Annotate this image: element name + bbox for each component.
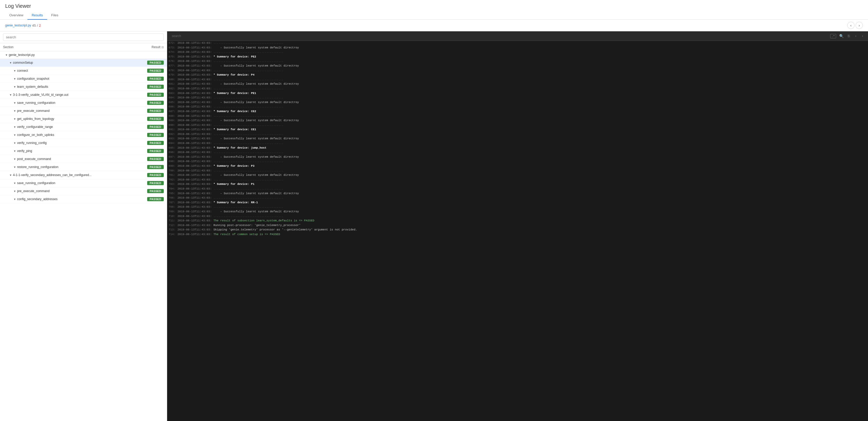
log-text: * Summary for device: P3 bbox=[214, 164, 868, 168]
tree-item-label: learn_system_defaults bbox=[17, 85, 147, 89]
file-name: genie_testscript.py bbox=[5, 24, 31, 27]
log-line-number: 703: bbox=[167, 182, 178, 187]
log-line: 675:2019-08-13T11:43:03: * Summary for d… bbox=[167, 55, 868, 59]
tab-overview[interactable]: Overview bbox=[5, 11, 28, 20]
log-text: ........................................… bbox=[214, 123, 868, 128]
tree-item-15[interactable]: ▼ 4-1-1-verify_secondary_addresses_can_b… bbox=[0, 171, 167, 179]
log-line: 687:2019-08-13T11:43:03: * Summary for d… bbox=[167, 109, 868, 114]
log-line: 683:2019-08-13T11:43:03: * Summary for d… bbox=[167, 91, 868, 96]
result-badge: PASSED bbox=[147, 61, 164, 65]
log-line-number: 683: bbox=[167, 91, 178, 96]
log-line-number: 679: bbox=[167, 73, 178, 77]
log-timestamp: 2019-08-13T11:43:03: bbox=[178, 96, 214, 100]
log-text: * Summary for device: P4 bbox=[214, 73, 868, 77]
tree-item-1[interactable]: ▼ commonSetupPASSED bbox=[0, 59, 167, 67]
chevron-icon: ▼ bbox=[13, 86, 16, 88]
tree-item-11[interactable]: ▼ verify_running_configPASSED bbox=[0, 139, 167, 147]
tree-item-6[interactable]: ▼ save_running_configurationPASSED bbox=[0, 99, 167, 107]
log-line: 672:2019-08-13T11:43:03: ...............… bbox=[167, 41, 868, 45]
chevron-icon: ▼ bbox=[13, 182, 16, 185]
app-container: Log Viewer Overview Results Files genie_… bbox=[0, 0, 868, 421]
tree-item-3[interactable]: ▼ configuration_snapshotPASSED bbox=[0, 75, 167, 83]
tree-item-14[interactable]: ▼ restore_running_configurationPASSED bbox=[0, 163, 167, 171]
chevron-icon: ▼ bbox=[5, 54, 8, 57]
right-search-input[interactable] bbox=[170, 33, 828, 39]
right-nav-prev[interactable]: ‹ bbox=[853, 33, 859, 39]
log-line-number: 699: bbox=[167, 164, 178, 168]
log-timestamp: 2019-08-13T11:43:03: bbox=[178, 59, 214, 64]
tree-item-13[interactable]: ▼ post_execute_commandPASSED bbox=[0, 155, 167, 163]
tree-item-7[interactable]: ▼ pre_execute_commandPASSED bbox=[0, 107, 167, 115]
left-search-input[interactable] bbox=[3, 33, 164, 41]
result-badge: PASSED bbox=[147, 149, 164, 153]
tree-item-10[interactable]: ▼ configure_on_both_uplinksPASSED bbox=[0, 131, 167, 139]
log-text: The result of common setup is => PASSED bbox=[214, 232, 868, 237]
log-timestamp: 2019-08-13T11:43:03: bbox=[178, 55, 214, 59]
log-timestamp: 2019-08-13T11:43:03: bbox=[178, 132, 214, 137]
log-line: 713:2019-08-13T11:43:03: Skipping 'genie… bbox=[167, 228, 868, 232]
result-badge: PASSED bbox=[147, 133, 164, 137]
tree-item-17[interactable]: ▼ pre_execute_commandPASSED bbox=[0, 187, 167, 195]
regex-icon[interactable]: .* bbox=[830, 34, 836, 38]
tree-item-label: post_execute_command bbox=[17, 157, 147, 161]
result-badge: PASSED bbox=[147, 69, 164, 73]
log-line: 702:2019-08-13T11:43:03: ...............… bbox=[167, 177, 868, 182]
tab-files[interactable]: Files bbox=[47, 11, 62, 20]
tree-item-label: restore_running_configuration bbox=[17, 165, 147, 169]
app-title: Log Viewer bbox=[5, 3, 863, 9]
log-line-number: 690: bbox=[167, 123, 178, 128]
log-line-number: 712: bbox=[167, 223, 178, 228]
tree-item-0[interactable]: ▼ genie_testscript.py bbox=[0, 51, 167, 59]
log-line-number: 681: bbox=[167, 82, 178, 87]
count-total: 45 bbox=[32, 24, 36, 27]
log-line: 679:2019-08-13T11:43:03: * Summary for d… bbox=[167, 73, 868, 77]
log-text: - Successfully learnt system default dir… bbox=[214, 191, 868, 196]
log-timestamp: 2019-08-13T11:43:03: bbox=[178, 191, 214, 196]
tab-results[interactable]: Results bbox=[28, 11, 47, 20]
nav-next-button[interactable]: › bbox=[856, 22, 863, 29]
tree-item-label: genie_testscript.py bbox=[9, 53, 164, 57]
log-line-number: 694: bbox=[167, 141, 178, 146]
tree-item-12[interactable]: ▼ verify_pingPASSED bbox=[0, 147, 167, 155]
log-line-number: 704: bbox=[167, 187, 178, 191]
tree-item-5[interactable]: ▼ 3-1-3-verify_usable_VLAN_id_range.uutP… bbox=[0, 91, 167, 99]
count-sep: / bbox=[37, 24, 38, 27]
log-text: - Successfully learnt system default dir… bbox=[214, 118, 868, 123]
log-text: - Successfully learnt system default dir… bbox=[214, 173, 868, 177]
tree-item-9[interactable]: ▼ verify_configurable_rangePASSED bbox=[0, 123, 167, 131]
nav-prev-button[interactable]: ‹ bbox=[847, 22, 855, 29]
log-line: 691:2019-08-13T11:43:03: * Summary for d… bbox=[167, 127, 868, 132]
search-button[interactable]: 🔍 bbox=[838, 33, 845, 39]
log-line-number: 710: bbox=[167, 214, 178, 219]
log-text: ........................................… bbox=[214, 196, 868, 200]
tree-item-label: pre_execute_command bbox=[17, 109, 147, 112]
tree-item-label: verify_running_config bbox=[17, 141, 147, 145]
log-line-number: 686: bbox=[167, 105, 178, 109]
tree-item-label: verify_configurable_range bbox=[17, 125, 147, 129]
log-text: - Successfully learnt system default dir… bbox=[214, 100, 868, 105]
log-line: 711:2019-08-13T11:43:03: The result of s… bbox=[167, 219, 868, 223]
copy-button[interactable]: ⎘ bbox=[847, 33, 851, 39]
log-line: 703:2019-08-13T11:43:03: * Summary for d… bbox=[167, 182, 868, 187]
tree-item-4[interactable]: ▼ learn_system_defaultsPASSED bbox=[0, 83, 167, 91]
tree-item-8[interactable]: ▼ get_uplinks_from_topologyPASSED bbox=[0, 115, 167, 123]
filter-icon[interactable]: ⊟ bbox=[161, 45, 164, 49]
log-timestamp: 2019-08-13T11:43:03: bbox=[178, 41, 214, 45]
tree-item-label: configure_on_both_uplinks bbox=[17, 133, 147, 137]
log-text: Skipping 'genie.telemetry' processor as … bbox=[214, 228, 868, 232]
tree-item-2[interactable]: ▼ connectPASSED bbox=[0, 67, 167, 75]
log-line: 701:2019-08-13T11:43:03: - Successfully … bbox=[167, 173, 868, 177]
log-text: ........................................… bbox=[214, 168, 868, 173]
log-line: 688:2019-08-13T11:43:03: ...............… bbox=[167, 114, 868, 119]
log-timestamp: 2019-08-13T11:43:03: bbox=[178, 136, 214, 141]
tree-item-18[interactable]: ▼ config_secondary_addressesPASSED bbox=[0, 195, 167, 203]
log-timestamp: 2019-08-13T11:43:03: bbox=[178, 68, 214, 73]
log-text: - Successfully learnt system default dir… bbox=[214, 64, 868, 68]
log-line-number: 711: bbox=[167, 219, 178, 223]
tree-item-16[interactable]: ▼ save_running_configurationPASSED bbox=[0, 179, 167, 187]
right-nav-next[interactable]: › bbox=[860, 33, 865, 39]
tree-item-label: get_uplinks_from_topology bbox=[17, 117, 147, 121]
result-column-header: Result ⊟ bbox=[152, 45, 164, 49]
log-text: ........................................… bbox=[214, 205, 868, 209]
log-timestamp: 2019-08-13T11:43:03: bbox=[178, 64, 214, 68]
